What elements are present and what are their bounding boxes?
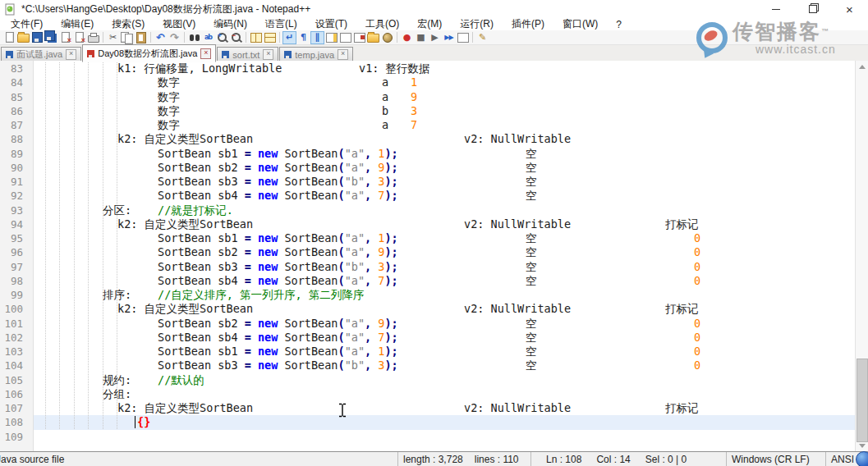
code-line-94[interactable]: k2: 自定义类型SortBeanv2: NullWritable打标记 (0, 217, 856, 231)
sync-horizontal-icon[interactable] (263, 31, 277, 44)
code-line-98[interactable]: SortBean sb4 = new SortBean("a", 7);空0 (0, 274, 856, 288)
menu-item-4[interactable]: 编码(N) (204, 17, 256, 31)
code-line-102[interactable]: SortBean sb4 = new SortBean("a", 7);空0 (0, 331, 856, 345)
line-number: 100 (4, 302, 23, 316)
maximize-restore-button[interactable] (794, 0, 831, 18)
tab-temp.java[interactable]: temp.java (279, 47, 353, 62)
menu-item-11[interactable]: 窗口(W) (553, 17, 607, 31)
code-line-87[interactable]: 数字a7 (0, 118, 856, 132)
menu-item-8[interactable]: 宏(M) (408, 17, 451, 31)
vertical-scrollbar[interactable] (855, 61, 868, 452)
minimize-button[interactable] (757, 0, 794, 18)
print-icon[interactable] (86, 31, 100, 44)
code-line-100[interactable]: k2: 自定义类型SortBeanv2: NullWritable打标记 (0, 302, 856, 316)
tab-saved-icon (6, 51, 13, 58)
tab-close-icon[interactable] (338, 49, 348, 60)
player-overlay-icon (856, 451, 868, 466)
document-map-icon[interactable] (338, 31, 352, 44)
close-all-icon[interactable]: × (72, 31, 86, 44)
notepadpp-icon (4, 3, 16, 16)
indent-guide-icon[interactable]: ∥ (310, 31, 324, 44)
copy-icon[interactable] (120, 31, 134, 44)
code-line-109[interactable] (0, 430, 856, 444)
tab-close-icon[interactable] (66, 49, 76, 60)
code-line-93[interactable]: 分区://就是打标记. (0, 203, 856, 217)
code-line-108[interactable]: {} (0, 415, 856, 429)
line-number: 109 (4, 430, 23, 444)
code-line-84[interactable]: 数字a1 (0, 75, 856, 89)
menu-item-6[interactable]: 设置(T) (306, 17, 356, 31)
status-cursor-position: Ln : 108 Col : 14 Sel : 0 | 0 (531, 452, 727, 466)
code-line-83[interactable]: k1: 行偏移量, LongWritablev1: 整行数据 (0, 62, 856, 75)
save-icon[interactable] (30, 31, 44, 44)
line-number: 87 (11, 118, 23, 132)
close-button[interactable] (831, 0, 868, 18)
code-line-89[interactable]: SortBean sb1 = new SortBean("a", 1);空 (0, 147, 856, 161)
folder-as-workspace-icon[interactable] (366, 31, 380, 44)
zoom-out-icon[interactable]: − (229, 31, 243, 44)
tab-label: 面试题.java (16, 48, 62, 61)
undo-icon[interactable]: ↶ (154, 31, 168, 44)
menu-item-2[interactable]: 搜索(S) (103, 17, 154, 31)
line-number: 106 (4, 387, 23, 401)
menu-item-9[interactable]: 运行(R) (451, 17, 503, 31)
code-line-85[interactable]: 数字a9 (0, 90, 856, 104)
tab-close-icon[interactable] (263, 49, 273, 60)
macro-play-icon[interactable]: ▶ (428, 31, 442, 44)
code-line-92[interactable]: SortBean sb4 = new SortBean("a", 7);空 (0, 189, 856, 203)
tab-Day08数据分析流图.java[interactable]: Day08数据分析流图.java (82, 44, 216, 62)
line-number: 86 (11, 104, 23, 118)
toolbar-separator (150, 32, 151, 43)
close-file-icon[interactable]: × (58, 31, 72, 44)
menu-item-1[interactable]: 编辑(E) (52, 17, 103, 31)
zoom-in-icon[interactable]: + (215, 31, 229, 44)
function-list-icon[interactable] (324, 31, 338, 44)
macro-record-icon[interactable]: ● (400, 31, 414, 44)
code-line-101[interactable]: SortBean sb2 = new SortBean("a", 9);空0 (0, 317, 856, 331)
show-all-characters-icon[interactable]: ¶ (296, 31, 310, 44)
cut-icon[interactable]: ✂ (106, 31, 120, 44)
code-line-107[interactable]: k2: 自定义类型SortBeanv2: NullWritable打标记 (0, 401, 856, 415)
macro-stop-icon[interactable]: ■ (414, 31, 428, 44)
word-wrap-icon[interactable]: ↵ (282, 31, 296, 44)
code-line-99[interactable]: 排序://自定义排序, 第一列升序, 第二列降序 (0, 288, 856, 302)
scroll-up-arrow-icon[interactable] (856, 61, 868, 73)
code-line-95[interactable]: SortBean sb1 = new SortBean("a", 1);空0 (0, 231, 856, 245)
editor-text-area[interactable]: k1: 行偏移量, LongWritablev1: 整行数据数字a1数字a9数字… (0, 61, 868, 452)
menu-item-5[interactable]: 语言(L) (256, 17, 306, 31)
tab-sort.txt[interactable]: sort.txt (217, 47, 278, 62)
menu-item-7[interactable]: 工具(O) (356, 17, 408, 31)
monitoring-icon[interactable] (380, 31, 394, 44)
find-icon[interactable] (187, 31, 201, 44)
tab-面试题.java[interactable]: 面试题.java (1, 47, 81, 62)
menu-item-12[interactable]: ? (607, 19, 631, 30)
menu-item-3[interactable]: 视图(V) (154, 17, 204, 31)
customize-toolbar-icon[interactable]: ✎ (475, 31, 489, 44)
sync-vertical-icon[interactable] (249, 31, 263, 44)
scroll-down-arrow-icon[interactable] (856, 440, 868, 452)
open-file-icon[interactable] (16, 31, 30, 44)
code-line-97[interactable]: SortBean sb3 = new SortBean("b", 3);空0 (0, 260, 856, 274)
new-file-icon[interactable] (2, 31, 16, 44)
menu-item-10[interactable]: 插件(P) (503, 17, 553, 31)
code-line-103[interactable]: SortBean sb1 = new SortBean("a", 1);空0 (0, 345, 856, 359)
macro-save-icon[interactable] (456, 31, 470, 44)
document-list-icon[interactable] (352, 31, 366, 44)
code-line-96[interactable]: SortBean sb2 = new SortBean("a", 9);空0 (0, 245, 856, 259)
scrollbar-thumb[interactable] (857, 359, 868, 442)
tab-close-icon[interactable] (200, 48, 211, 59)
replace-icon[interactable]: ab (201, 31, 215, 44)
code-line-104[interactable]: SortBean sb3 = new SortBean("b", 3);空0 (0, 359, 856, 372)
window-controls (757, 0, 868, 18)
menu-item-0[interactable]: 文件(F) (2, 17, 52, 31)
code-line-86[interactable]: 数字b3 (0, 104, 856, 118)
paste-icon[interactable] (134, 31, 148, 44)
code-line-105[interactable]: 规约://默认的 (0, 373, 856, 387)
code-line-91[interactable]: SortBean sb3 = new SortBean("b", 3);空 (0, 175, 856, 189)
code-line-90[interactable]: SortBean sb2 = new SortBean("a", 9);空 (0, 161, 856, 175)
macro-run-multiple-icon[interactable]: ▶▶ (442, 31, 456, 44)
code-line-106[interactable]: 分组: (0, 387, 856, 401)
save-all-icon[interactable] (44, 31, 58, 44)
code-line-88[interactable]: k2: 自定义类型SortBeanv2: NullWritable (0, 132, 856, 146)
redo-icon[interactable]: ↷ (168, 31, 181, 44)
